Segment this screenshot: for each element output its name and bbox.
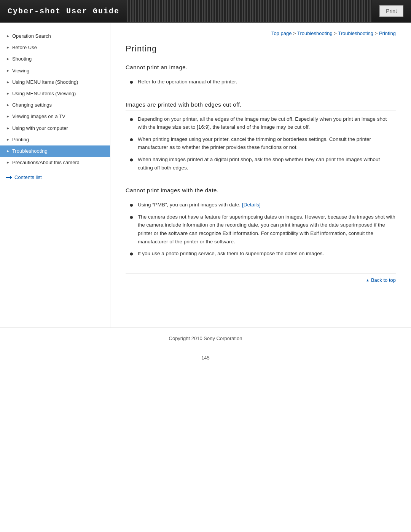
breadcrumb-separator: > xyxy=(375,30,379,36)
section-title-cannot-print-date: Cannot print images with the date. xyxy=(126,187,396,196)
contents-list-label: Contents list xyxy=(14,174,42,180)
arrow-icon: ► xyxy=(6,102,10,108)
sidebar-item-computer[interactable]: ► Using with your computer xyxy=(0,123,110,134)
sidebar-item-troubleshooting[interactable]: ► Troubleshooting xyxy=(0,145,110,157)
list-item: ● If you use a photo printing service, a… xyxy=(129,249,396,258)
arrow-icon: ► xyxy=(6,114,10,119)
arrow-icon: ► xyxy=(6,149,10,154)
breadcrumb: Top page > Troubleshooting > Troubleshoo… xyxy=(126,30,396,36)
section-title-cannot-print: Cannot print an image. xyxy=(126,64,396,73)
sidebar-item-label: Viewing xyxy=(12,67,29,74)
arrow-icon: ► xyxy=(6,126,10,131)
section-cannot-print-date: Cannot print images with the date. ● Usi… xyxy=(126,187,396,265)
sidebar-item-menu-shooting[interactable]: ► Using MENU items (Shooting) xyxy=(0,77,110,88)
header-stripe xyxy=(127,0,372,22)
details-link[interactable]: [Details] xyxy=(242,202,261,208)
sidebar-item-label: Using MENU items (Shooting) xyxy=(12,79,78,86)
list-item: ● The camera does not have a feature for… xyxy=(129,213,396,246)
section-cannot-print: Cannot print an image. ● Refer to the op… xyxy=(126,64,396,94)
list-item: ● Depending on your printer, all the edg… xyxy=(129,115,396,131)
bullet-list-edges-cut-off: ● Depending on your printer, all the edg… xyxy=(126,115,396,172)
sidebar-item-precautions[interactable]: ► Precautions/About this camera xyxy=(0,157,110,168)
page-number: 145 xyxy=(0,349,411,367)
page-title: Printing xyxy=(126,44,396,57)
bullet-text: Depending on your printer, all the edges… xyxy=(138,115,396,131)
print-button[interactable]: Print xyxy=(379,5,403,17)
breadcrumb-separator: > xyxy=(293,30,297,36)
list-item: ● When having images printed at a digita… xyxy=(129,155,396,172)
sidebar-item-changing-settings[interactable]: ► Changing settings xyxy=(0,99,110,111)
arrow-icon: ► xyxy=(6,80,10,85)
list-item: ● Using “PMB”, you can print images with… xyxy=(129,201,396,209)
content-area: Top page > Troubleshooting > Troubleshoo… xyxy=(110,23,411,328)
arrow-icon: ► xyxy=(6,68,10,73)
breadcrumb-troubleshooting-2[interactable]: Troubleshooting xyxy=(338,30,373,36)
header-title: Cyber-shot User Guide xyxy=(8,7,119,16)
back-to-top-link[interactable]: Back to top xyxy=(366,277,396,283)
sidebar-item-viewing-tv[interactable]: ► Viewing images on a TV xyxy=(0,111,110,122)
arrow-icon: ► xyxy=(6,91,10,96)
sidebar-item-menu-viewing[interactable]: ► Using MENU items (Viewing) xyxy=(0,88,110,99)
contents-list-link[interactable]: Contents list xyxy=(0,171,110,184)
sidebar-item-printing[interactable]: ► Printing xyxy=(0,134,110,145)
bullet-dot: ● xyxy=(129,214,135,220)
bullet-dot: ● xyxy=(129,156,135,163)
sidebar-item-viewing[interactable]: ► Viewing xyxy=(0,65,110,77)
arrow-icon: ► xyxy=(6,45,10,50)
sidebar-item-label: Precautions/About this camera xyxy=(12,159,80,166)
breadcrumb-troubleshooting-1[interactable]: Troubleshooting xyxy=(297,30,333,36)
breadcrumb-top-page[interactable]: Top page xyxy=(271,30,292,36)
bullet-text: Refer to the operation manual of the pri… xyxy=(138,78,237,86)
bullet-text: The camera does not have a feature for s… xyxy=(138,213,396,246)
sidebar: ► Operation Search ► Before Use ► Shooti… xyxy=(0,23,110,328)
sidebar-item-label: Changing settings xyxy=(12,102,52,109)
list-item: ● Refer to the operation manual of the p… xyxy=(129,78,396,86)
arrow-icon: ► xyxy=(6,56,10,62)
sidebar-item-label: Using with your computer xyxy=(12,125,68,132)
section-title-edges-cut-off: Images are printed with both edges cut o… xyxy=(126,101,396,110)
list-item: ● When printing images using your printe… xyxy=(129,135,396,152)
copyright-text: Copyright 2010 Sony Corporation xyxy=(169,335,242,341)
sidebar-item-label: Viewing images on a TV xyxy=(12,113,65,120)
section-edges-cut-off: Images are printed with both edges cut o… xyxy=(126,101,396,180)
bullet-list-cannot-print: ● Refer to the operation manual of the p… xyxy=(126,78,396,86)
arrow-icon: ► xyxy=(6,137,10,142)
sidebar-item-operation-search[interactable]: ► Operation Search xyxy=(0,30,110,42)
content-footer: Back to top xyxy=(126,273,396,283)
sidebar-item-label: Troubleshooting xyxy=(12,148,48,155)
arrow-icon: ► xyxy=(6,160,10,165)
breadcrumb-separator: > xyxy=(334,30,338,36)
sidebar-item-shooting[interactable]: ► Shooting xyxy=(0,53,110,65)
header: Cyber-shot User Guide Print xyxy=(0,0,411,23)
bullet-text: Using “PMB”, you can print images with d… xyxy=(138,201,261,209)
sidebar-item-label: Shooting xyxy=(12,56,32,62)
bullet-dot: ● xyxy=(129,250,135,257)
sidebar-item-before-use[interactable]: ► Before Use xyxy=(0,42,110,53)
sidebar-item-label: Before Use xyxy=(12,44,37,51)
main-layout: ► Operation Search ► Before Use ► Shooti… xyxy=(0,23,411,328)
bullet-text: When having images printed at a digital … xyxy=(138,155,396,172)
page-footer: Copyright 2010 Sony Corporation xyxy=(0,328,411,349)
bullet-text: When printing images using your printer,… xyxy=(138,135,396,152)
sidebar-item-label: Printing xyxy=(12,136,29,143)
sidebar-item-label: Operation Search xyxy=(12,33,51,40)
bullet-dot: ● xyxy=(129,136,135,143)
bullet-list-cannot-print-date: ● Using “PMB”, you can print images with… xyxy=(126,201,396,258)
sidebar-item-label: Using MENU items (Viewing) xyxy=(12,90,76,97)
arrow-right-icon xyxy=(6,176,12,179)
bullet-text: If you use a photo printing service, ask… xyxy=(138,249,324,258)
breadcrumb-printing[interactable]: Printing xyxy=(379,30,396,36)
bullet-dot: ● xyxy=(129,78,135,85)
arrow-icon: ► xyxy=(6,34,10,39)
bullet-dot: ● xyxy=(129,201,135,208)
bullet-dot: ● xyxy=(129,116,135,123)
